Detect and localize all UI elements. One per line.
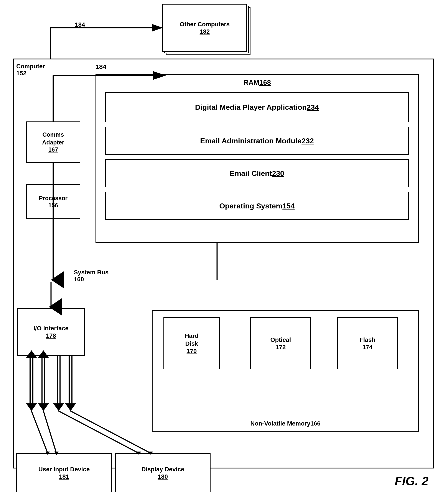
dmp-number: 234 <box>307 103 319 111</box>
io-number: 178 <box>46 332 56 339</box>
comms-adapter-label: Comms Adapter <box>42 131 64 146</box>
os-label: Operating System <box>219 202 282 210</box>
nvm-label: Non-Volatile Memory166 <box>250 420 320 427</box>
flash-box: Flash 174 <box>337 317 398 369</box>
comms-adapter-number: 167 <box>48 146 58 153</box>
ram-label: RAM <box>243 78 259 86</box>
io-label: I/O Interface <box>33 324 69 332</box>
email-client-box: Email Client230 <box>105 159 409 187</box>
processor-label: Processor <box>39 195 67 202</box>
diagram: Other Computers 182 184 Computer 152 RAM… <box>0 0 448 501</box>
arrow-184-label: 184 <box>75 21 85 28</box>
dd-number: 180 <box>158 473 168 480</box>
hard-disk-label: Hard Disk <box>185 332 199 348</box>
system-bus-label: System Bus 160 <box>74 269 109 283</box>
processor-box: Processor 156 <box>26 184 80 219</box>
flash-label: Flash <box>359 336 375 344</box>
display-device-box: Display Device 180 <box>115 453 210 492</box>
digital-media-player-box: Digital Media Player Application234 <box>105 92 409 122</box>
uid-label: User Input Device <box>38 465 90 473</box>
email-admin-label: Email Administration Module <box>200 137 302 145</box>
hard-disk-number: 170 <box>187 348 197 355</box>
optical-number: 172 <box>276 344 286 351</box>
optical-label: Optical <box>271 336 291 344</box>
uid-number: 181 <box>59 473 69 480</box>
optical-box: Optical 172 <box>250 317 311 369</box>
os-number: 154 <box>282 202 295 210</box>
dmp-label: Digital Media Player Application <box>195 103 307 111</box>
other-computers-front: Other Computers 182 <box>162 4 247 52</box>
computer-label: Computer 152 <box>16 63 45 77</box>
email-client-label: Email Client <box>230 169 272 177</box>
nvm-box: Hard Disk 170 Optical 172 Flash 174 Non-… <box>152 310 419 432</box>
email-client-number: 230 <box>272 169 284 177</box>
user-input-device-box: User Input Device 181 <box>16 453 112 492</box>
dd-label: Display Device <box>141 465 184 473</box>
processor-number: 156 <box>48 202 58 209</box>
comms-adapter-box: Comms Adapter 167 <box>26 121 80 163</box>
email-admin-number: 232 <box>302 137 314 145</box>
io-interface-box: I/O Interface 178 <box>17 308 85 356</box>
fig-label: FIG. 2 <box>395 474 429 488</box>
other-computers-label: Other Computers <box>180 20 230 28</box>
ram-box: RAM168 Digital Media Player Application2… <box>96 74 419 243</box>
operating-system-box: Operating System154 <box>105 192 409 220</box>
ram-number: 168 <box>259 78 271 86</box>
flash-number: 174 <box>363 344 373 351</box>
other-computers-number: 182 <box>200 28 210 35</box>
hard-disk-box: Hard Disk 170 <box>163 317 220 369</box>
email-admin-box: Email Administration Module232 <box>105 127 409 155</box>
